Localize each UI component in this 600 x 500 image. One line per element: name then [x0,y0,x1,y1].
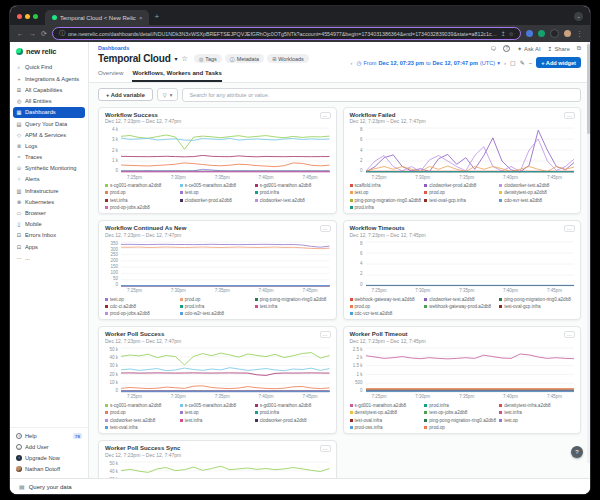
sidebar-item-mobile[interactable]: ▯Mobile [10,219,88,230]
tv-mode-icon[interactable]: ▢ [510,59,516,66]
window-controls[interactable] [17,14,38,19]
time-forward-chevron-icon[interactable]: › [504,60,506,66]
legend-item[interactable]: cdc-vcr-test.a2db8 [350,311,425,316]
favorite-star-icon[interactable]: ☆ [182,55,188,63]
minimize-window-button[interactable] [25,14,30,19]
legend-item[interactable]: s-ce005-marathon.a2db8 [180,403,255,408]
sidebar-item-integrations-agents[interactable]: +Integrations & Agents [10,73,88,84]
tab-search-icon[interactable]: ⌄ [574,12,583,21]
legend-item[interactable]: test.op [499,418,574,423]
legend-item[interactable]: prod.infra [350,205,425,210]
legend-item[interactable]: prod.op [105,190,180,195]
ask-ai-button[interactable]: ✦Ask AI [517,46,540,52]
panel-menu-button[interactable]: ⋯ [320,445,331,452]
legend-item[interactable]: cdo-svr-test.a2db8 [499,198,574,203]
add-widget-button[interactable]: + Add widget [536,57,581,68]
maximize-window-button[interactable] [33,14,38,19]
bookmark-star-icon[interactable]: ☆ [509,30,514,37]
link-icon[interactable]: ⧉ [577,45,581,52]
legend-item[interactable]: densitytest-infra.a2db8 [499,403,574,408]
legend-item[interactable]: test-op-jobs.a2db8 [424,410,499,415]
legend-item[interactable]: clodworker-test.a2db8 [105,418,180,423]
legend-item[interactable]: prod.infra [180,304,255,309]
profile-avatar[interactable] [564,30,571,37]
panel-menu-button[interactable]: ⋯ [564,112,575,119]
tab-close-icon[interactable]: × [139,15,143,21]
legend-item[interactable]: prod.op [350,304,425,309]
site-settings-icon[interactable]: ⓘ [59,29,65,38]
legend-item[interactable]: test-oval.infra [105,425,180,430]
legend-item[interactable]: prod-op-jobs.a2db8 [105,205,180,210]
panel-menu-button[interactable]: ⋯ [564,225,575,232]
sidebar-item-apm-services[interactable]: ◇APM & Services [10,129,88,140]
legend-item[interactable]: clodworker-prod.a2db8 [255,418,330,423]
legend-item[interactable]: test.op [105,297,180,302]
chat-fab-button[interactable]: ? [571,446,583,458]
sidebar-item-infrastructure[interactable]: ▥Infrastructure [10,185,88,196]
legend-item[interactable]: test.op [180,190,255,195]
sidebar-item-traces[interactable]: ≈Traces [10,152,88,163]
sidebar-item-all-capabilities[interactable]: ⊞All Capabilities [10,84,88,95]
title-caret-icon[interactable]: ▾ [175,55,178,62]
legend-item[interactable]: densitytest-op.a2db8 [499,190,574,195]
chart-plot[interactable] [366,347,575,393]
legend-item[interactable]: prod.infra [255,190,330,195]
legend-item[interactable]: test-oval-gcp.infra [499,304,574,309]
chip-workloads[interactable]: ⊞Workloads [267,54,309,63]
search-input[interactable] [182,88,581,102]
edit-pencil-icon[interactable]: ✎ [520,59,525,66]
panel-menu-button[interactable]: ⋯ [320,225,331,232]
sidebar-item-more[interactable]: ⋯... [10,252,88,263]
sidebar-item-kubernetes[interactable]: ☸Kubernetes [10,196,88,207]
chart-plot[interactable] [121,347,330,393]
legend-item[interactable]: test.op [350,190,425,195]
chart-plot[interactable] [121,241,330,287]
tab-overview[interactable]: Overview [98,69,123,82]
chip-metadata[interactable]: ⓘMetadata [225,54,264,63]
legend-item[interactable]: clodworker-test.a2db8 [499,183,574,188]
filter-dropdown[interactable]: ▽ ▾ [157,88,179,101]
scrollbar[interactable] [587,42,590,463]
legend-item[interactable]: test.infra [255,304,330,309]
legend-item[interactable]: test-oval-gcp.infra [424,198,499,203]
legend-item[interactable]: ping-pong-migration-ring0.a2db8 [255,297,330,302]
feedback-icon[interactable]: 🗨 [490,46,496,52]
share-page-icon[interactable]: ↥ [501,30,506,37]
legend-item[interactable]: s-cg001-marathon.a2db8 [105,403,180,408]
chart-plot[interactable] [366,241,575,287]
chart-plot[interactable] [121,461,330,478]
chart-plot[interactable] [366,127,575,173]
sidebar-item-synthetic-monitoring[interactable]: ⊙Synthetic Monitoring [10,163,88,174]
legend-item[interactable]: s-gd001-marathon.a2db8 [350,403,425,408]
sidebar-item-logs[interactable]: ≣Logs [10,140,88,151]
legend-item[interactable]: s-cg001-marathon.a2db8 [105,183,180,188]
legend-item[interactable]: clodworker-prod.a2db8 [180,198,255,203]
legend-item[interactable]: prod.op [424,425,499,430]
legend-item[interactable]: scaffold.infra [350,183,425,188]
sidebar-item-help[interactable]: ? Help 78 [16,431,82,442]
sidebar-item-user[interactable]: Nathan Dotoff [16,463,82,474]
legend-item[interactable]: s-gd001-marathon.a2db8 [255,183,330,188]
legend-item[interactable]: cdc-ci.a2db8 [105,304,180,309]
share-button[interactable]: ↥Share [548,46,570,52]
reload-icon[interactable]: ⟳ [41,30,47,38]
close-window-button[interactable] [17,14,22,19]
legend-item[interactable]: test-oval.infra [350,418,425,423]
legend-item[interactable]: prod-op-jobs.a2db8 [105,311,180,316]
legend-item[interactable]: test.op [180,410,255,415]
sidebar-item-upgrade[interactable]: ↑ Upgrade Now [16,452,82,463]
time-range-picker[interactable]: ◷ From Dec 12, 07:23 pm to Dec 12, 07:47… [357,60,500,66]
legend-item[interactable]: prod.infra [255,410,330,415]
legend-item[interactable]: prod.infra [424,403,499,408]
query-your-data-bar[interactable]: ▤ Query your data [10,478,590,494]
legend-item[interactable]: s-ce005-marathon.a2db8 [180,183,255,188]
new-relic-logo[interactable]: new relic [10,42,88,61]
sidebar-item-all-entities[interactable]: ◎All Entities [10,96,88,107]
legend-item[interactable]: ping-pong-migration-ring0.a2db8 [424,418,499,423]
legend-item[interactable]: ping-pong-migration-ring0.a2db8 [350,198,425,203]
sidebar-item-quick-find[interactable]: ⌕Quick Find [10,61,88,73]
legend-item[interactable]: prod.op [424,190,499,195]
chart-plot[interactable] [121,127,330,173]
forward-icon[interactable]: → [29,30,36,37]
legend-item[interactable]: webhook-gateway-prod.a2db8 [424,304,499,309]
